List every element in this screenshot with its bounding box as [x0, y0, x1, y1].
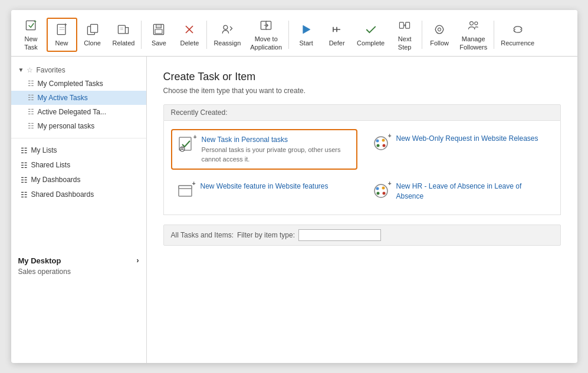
- start-label: Start: [299, 39, 313, 47]
- sidebar-item-my-dashboards[interactable]: ☷ My Dashboards: [11, 173, 146, 187]
- sidebar: ▼ ☆ Favorites ☷ My Completed Tasks ☷ My …: [11, 57, 147, 363]
- delete-button[interactable]: Delete: [174, 18, 205, 52]
- move-to-application-label: Move toApplication: [250, 35, 282, 51]
- personal-task-card[interactable]: + New Task in Personal tasks Personal ta…: [171, 129, 357, 170]
- complete-icon: [363, 21, 379, 38]
- new-button[interactable]: + New: [47, 18, 77, 52]
- manage-followers-icon: [465, 17, 482, 34]
- new-icon: +: [54, 21, 70, 38]
- manage-followers-button[interactable]: ManageFollowers: [455, 14, 492, 55]
- svg-point-41: [382, 187, 385, 190]
- my-dashboards-label: My Dashboards: [31, 176, 81, 184]
- list-icon: ☷: [28, 108, 34, 116]
- sidebar-footer: My Desktop › Sales operations: [11, 249, 146, 279]
- sidebar-item-active[interactable]: ☷ My Active Tasks: [11, 91, 146, 105]
- separator-2: [206, 21, 207, 49]
- website-feature-icon: +: [176, 181, 195, 200]
- sidebar-item-shared-dashboards[interactable]: ☷ Shared Dashboards: [11, 187, 146, 202]
- follow-label: Follow: [430, 39, 449, 47]
- svg-point-28: [474, 22, 477, 25]
- sidebar-item-completed[interactable]: ☷ My Completed Tasks: [11, 77, 146, 91]
- svg-text:+: +: [34, 19, 37, 24]
- recurrence-icon: [510, 21, 526, 38]
- separator-1: [141, 21, 142, 49]
- page-subtitle: Choose the item type that you want to cr…: [163, 87, 561, 95]
- new-task-button[interactable]: + NewTask: [16, 14, 47, 55]
- active-tasks-label: My Active Tasks: [38, 94, 88, 102]
- hr-leave-icon: +: [372, 181, 390, 200]
- sidebar-item-delegated[interactable]: ☷ Active Delegated Ta...: [11, 105, 146, 119]
- list-icon: ☷: [28, 122, 34, 130]
- svg-rect-25: [406, 22, 410, 28]
- svg-text:+: +: [64, 22, 67, 28]
- move-to-application-button[interactable]: Move toApplication: [245, 14, 287, 55]
- follow-button[interactable]: Follow: [424, 18, 455, 52]
- sidebar-item-personal[interactable]: ☷ My personal tasks: [11, 119, 146, 133]
- sidebar-item-my-lists[interactable]: ☷ My Lists: [11, 143, 146, 158]
- separator-3: [288, 21, 289, 49]
- new-label: New: [55, 39, 68, 47]
- star-icon: ☆: [27, 66, 33, 74]
- website-feature-card[interactable]: + New Website feature in Website feature…: [171, 177, 357, 206]
- svg-rect-24: [400, 22, 404, 28]
- start-icon: [298, 21, 314, 38]
- list-icon: ☷: [28, 94, 34, 102]
- page-title: Create Task or Item: [163, 71, 561, 83]
- start-button[interactable]: Start: [291, 18, 321, 52]
- web-request-icon: +: [372, 134, 390, 153]
- recurrence-button[interactable]: Recurrence: [496, 18, 539, 52]
- related-button[interactable]: Related: [108, 18, 140, 52]
- web-request-card[interactable]: + New Web-Only Request in Website Releas…: [367, 129, 553, 170]
- next-step-icon: [396, 17, 413, 34]
- all-tasks-bar: All Tasks and Items: Filter by item type…: [163, 225, 561, 246]
- hr-leave-title: New HR - Leave of Absence in Leave of Ab…: [396, 181, 548, 202]
- complete-button[interactable]: Complete: [352, 18, 389, 52]
- personal-task-title: New Task in Personal tasks: [202, 135, 352, 145]
- svg-point-36: [382, 144, 385, 147]
- sidebar-divider-1: [11, 138, 146, 138]
- hr-leave-card[interactable]: + New HR - Leave of Absence in Leave of …: [367, 177, 553, 206]
- application-window: + NewTask + New: [11, 10, 577, 362]
- website-feature-text: New Website feature in Website features: [201, 181, 329, 192]
- my-desktop-button[interactable]: My Desktop ›: [18, 256, 139, 265]
- clone-label: Clone: [84, 39, 101, 47]
- svg-point-27: [469, 22, 473, 25]
- next-step-button[interactable]: NextStep: [389, 14, 420, 55]
- all-tasks-label: All Tasks and Items:: [171, 231, 234, 239]
- recently-created-header: Recently Created:: [163, 104, 561, 121]
- clone-button[interactable]: Clone: [77, 18, 108, 52]
- favorites-header[interactable]: ▼ ☆ Favorites: [11, 64, 146, 77]
- favorites-label: Favorites: [36, 66, 65, 74]
- list-icon: ☷: [28, 80, 34, 88]
- new-task-label: NewTask: [24, 35, 38, 51]
- manage-followers-label: ManageFollowers: [459, 35, 487, 51]
- hr-leave-text: New HR - Leave of Absence in Leave of Ab…: [396, 181, 548, 202]
- personal-task-icon: +: [177, 135, 196, 154]
- svg-point-42: [376, 192, 379, 195]
- completed-tasks-label: My Completed Tasks: [38, 80, 103, 88]
- defer-icon: [329, 21, 345, 38]
- my-lists-label: My Lists: [31, 146, 57, 154]
- favorites-section: ▼ ☆ Favorites ☷ My Completed Tasks ☷ My …: [11, 64, 146, 133]
- separator-5: [494, 21, 494, 49]
- web-request-text: New Web-Only Request in Website Releases: [396, 134, 538, 144]
- reassign-button[interactable]: Reassign: [209, 18, 245, 52]
- defer-button[interactable]: Defer: [321, 18, 352, 52]
- save-label: Save: [152, 39, 166, 47]
- chevron-down-icon: ▼: [18, 67, 24, 73]
- svg-rect-12: [156, 24, 162, 28]
- sidebar-item-shared-lists[interactable]: ☷ Shared Lists: [11, 158, 146, 173]
- clone-icon: [84, 21, 101, 38]
- svg-point-34: [382, 138, 385, 141]
- next-step-label: NextStep: [398, 35, 412, 51]
- related-label: Related: [113, 39, 135, 47]
- filter-input[interactable]: [298, 229, 381, 241]
- plus-icon-3: +: [192, 180, 196, 187]
- reassign-icon: [219, 21, 235, 38]
- save-button[interactable]: Save: [143, 18, 174, 52]
- svg-marker-19: [303, 25, 310, 34]
- svg-rect-13: [155, 29, 162, 34]
- toolbar: + NewTask + New: [11, 10, 577, 56]
- svg-point-35: [376, 144, 379, 147]
- content-area: Create Task or Item Choose the item type…: [147, 57, 577, 363]
